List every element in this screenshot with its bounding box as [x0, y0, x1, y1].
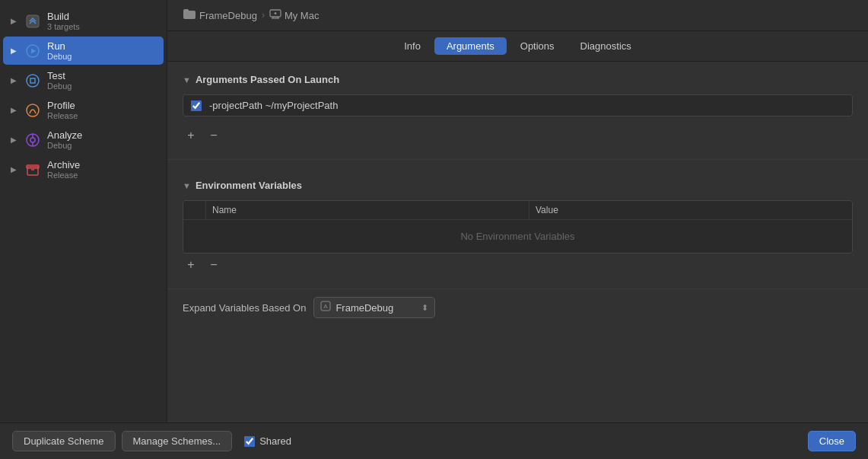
sidebar-item-test[interactable]: ▶ Test Debug: [3, 66, 164, 94]
env-value-header: Value: [529, 201, 852, 219]
test-item-text: Test Debug: [47, 70, 72, 91]
env-table-header: Name Value: [183, 201, 852, 220]
svg-point-17: [274, 12, 276, 14]
arguments-title: Arguments Passed On Launch: [196, 74, 339, 85]
tab-info[interactable]: Info: [392, 37, 433, 55]
svg-point-7: [30, 138, 35, 142]
expand-variables-row: Expand Variables Based On A FrameDebug: [167, 288, 868, 326]
panel-content: ▼ Arguments Passed On Launch -projectPat…: [167, 62, 868, 422]
expand-label: Expand Variables Based On: [183, 302, 306, 314]
tab-arguments[interactable]: Arguments: [434, 37, 507, 55]
test-sublabel: Debug: [47, 81, 72, 91]
duplicate-scheme-button[interactable]: Duplicate Scheme: [12, 431, 116, 451]
expand-dropdown[interactable]: A FrameDebug ⬍: [313, 297, 435, 318]
analyze-icon: [24, 132, 41, 148]
profile-item-text: Profile Release: [47, 100, 78, 120]
folder-icon: [183, 8, 196, 23]
env-name-header: Name: [206, 201, 529, 219]
sidebar-item-run[interactable]: ▶ Run Debug: [3, 37, 164, 65]
arguments-list: -projectPath ~/myProjectPath: [183, 94, 853, 116]
profile-label: Profile: [47, 100, 78, 111]
close-button[interactable]: Close: [808, 431, 856, 451]
sidebar-item-profile[interactable]: ▶ Profile Release: [3, 96, 164, 124]
sidebar-item-analyze[interactable]: ▶ Analyze Debug: [3, 126, 164, 154]
breadcrumb-mac: My Mac: [285, 10, 320, 21]
env-table-container: Name Value No Environment Variables: [183, 200, 853, 253]
breadcrumb: FrameDebug: [183, 8, 257, 23]
environment-section: ▼ Environment Variables Name Value No En…: [167, 167, 868, 288]
environment-title: Environment Variables: [196, 180, 302, 191]
chevron-right-icon: ▶: [9, 135, 18, 145]
add-env-button[interactable]: +: [183, 257, 199, 273]
tab-options[interactable]: Options: [508, 37, 567, 55]
section-divider: [167, 159, 868, 160]
argument-row: -projectPath ~/myProjectPath: [183, 95, 852, 116]
sidebar-item-archive[interactable]: ▶ Archive Release: [3, 155, 164, 183]
build-label: Build: [47, 11, 80, 22]
remove-env-button[interactable]: −: [205, 257, 222, 273]
breadcrumb-destination: My Mac: [269, 8, 320, 23]
test-icon: [24, 72, 41, 89]
build-icon: [24, 13, 41, 30]
expand-dropdown-icon: A: [320, 301, 331, 314]
chevron-right-icon: ▶: [9, 76, 18, 85]
run-icon: [24, 43, 41, 59]
destination-icon: [269, 8, 281, 23]
chevron-right-icon: ▶: [9, 46, 18, 56]
shared-label: Shared: [259, 435, 291, 447]
arguments-section-header: ▼ Arguments Passed On Launch: [183, 74, 853, 85]
environment-chevron-icon: ▼: [183, 181, 191, 190]
svg-point-3: [27, 75, 39, 87]
test-label: Test: [47, 70, 72, 81]
app-container: ▶ Build 3 targets ▶: [0, 0, 868, 459]
env-check-header: [183, 201, 206, 219]
env-actions: + −: [183, 253, 853, 276]
sidebar: ▶ Build 3 targets ▶: [0, 0, 167, 422]
add-argument-button[interactable]: +: [183, 127, 199, 144]
arguments-chevron-icon: ▼: [183, 75, 191, 84]
tab-diagnostics[interactable]: Diagnostics: [568, 37, 644, 55]
svg-point-5: [27, 104, 39, 116]
archive-icon: [24, 161, 41, 178]
remove-argument-button[interactable]: −: [205, 127, 222, 144]
bottom-bar: Duplicate Scheme Manage Schemes... Share…: [0, 422, 868, 459]
main-panel: FrameDebug › My Mac: [167, 0, 868, 422]
analyze-sublabel: Debug: [47, 141, 82, 150]
expand-dropdown-arrow-icon: ⬍: [421, 303, 428, 313]
profile-sublabel: Release: [47, 111, 78, 120]
svg-text:A: A: [324, 303, 329, 310]
run-sublabel: Debug: [47, 52, 72, 61]
svg-rect-4: [30, 78, 35, 83]
shared-area: Shared: [244, 435, 291, 447]
argument-checkbox[interactable]: [191, 100, 202, 111]
svg-marker-2: [31, 48, 37, 53]
arguments-section: ▼ Arguments Passed On Launch -projectPat…: [167, 62, 868, 159]
env-rows: No Environment Variables: [183, 220, 852, 253]
chevron-right-icon: ▶: [9, 106, 18, 115]
manage-schemes-button[interactable]: Manage Schemes...: [122, 431, 233, 451]
run-item-text: Run Debug: [47, 40, 72, 61]
build-item-text: Build 3 targets: [47, 11, 80, 31]
environment-section-header: ▼ Environment Variables: [183, 180, 853, 191]
archive-sublabel: Release: [47, 171, 80, 180]
expand-dropdown-value: FrameDebug: [335, 302, 393, 314]
expand-dropdown-inner: A FrameDebug: [320, 301, 393, 314]
argument-text: -projectPath ~/myProjectPath: [209, 100, 844, 111]
chevron-right-icon: ▶: [9, 17, 18, 26]
run-label: Run: [47, 40, 72, 52]
breadcrumb-project: FrameDebug: [199, 10, 257, 21]
profile-icon: [24, 102, 41, 119]
analyze-item-text: Analyze Debug: [47, 129, 82, 150]
shared-checkbox[interactable]: [244, 436, 255, 447]
arguments-actions: + −: [183, 124, 853, 147]
build-sublabel: 3 targets: [47, 22, 80, 31]
archive-label: Archive: [47, 159, 80, 171]
sidebar-item-build[interactable]: ▶ Build 3 targets: [3, 7, 164, 35]
tabs-bar: Info Arguments Options Diagnostics: [167, 31, 868, 62]
panel-header: FrameDebug › My Mac: [167, 0, 868, 31]
analyze-label: Analyze: [47, 129, 82, 141]
env-empty-message: No Environment Variables: [183, 220, 852, 253]
breadcrumb-separator: ›: [262, 10, 265, 21]
content-area: ▶ Build 3 targets ▶: [0, 0, 868, 422]
chevron-right-icon: ▶: [9, 165, 18, 174]
